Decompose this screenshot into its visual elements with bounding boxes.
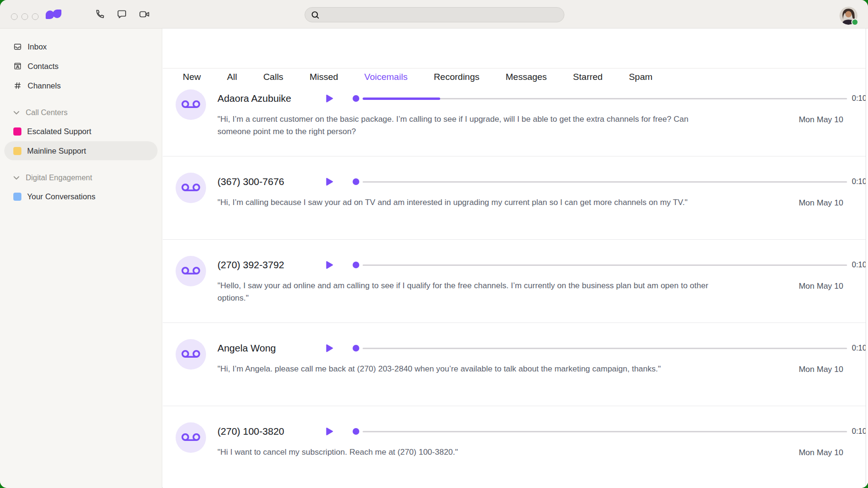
search-icon [311,10,320,20]
titlebar [0,0,868,29]
voicemail-item[interactable]: (270) 392-3792 0:10 "Hello, I saw your a… [163,240,868,323]
sidebar-item-channels[interactable]: Channels [4,76,158,95]
channel-color-swatch [13,193,21,201]
sidebar-item-label: Channels [28,81,61,90]
voicemail-item[interactable]: Adaora Azubuike 0:10 "Hi, I’m a current … [163,86,868,156]
date-label: Mon May 10 [799,365,843,374]
date-label: Mon May 10 [799,198,843,208]
voicemail-icon [181,99,200,110]
content-header [163,29,868,68]
transcript: "Hi, I’m Angela. please call me back at … [217,363,722,375]
sidebar-item-label: Inbox [28,42,47,51]
online-status-dot [851,19,858,26]
sidebar-item-inbox[interactable]: Inbox [4,37,158,56]
playback-slider[interactable] [353,261,847,269]
slider-track [363,98,847,99]
section-title: Call Centers [26,108,68,117]
search-input[interactable] [324,10,558,20]
voicemail-item[interactable]: Angela Wong 0:10 "Hi, I’m Angela. please… [163,323,868,406]
topbar-actions [94,9,150,20]
inbox-icon [13,42,22,51]
tab-new[interactable]: New [183,72,201,82]
date-label: Mon May 10 [799,115,843,125]
slider-thumb[interactable] [353,178,359,185]
slider-thumb[interactable] [353,95,359,102]
voicemail-item[interactable]: (367) 300-7676 0:10 "Hi, I’m calling bec… [163,156,868,240]
slider-track [363,431,847,432]
voicemail-avatar [176,422,206,453]
play-button[interactable] [326,177,334,186]
voicemail-icon [181,266,200,276]
caller-name: (367) 300-7676 [217,176,326,187]
sidebar: Inbox Contacts Channels Call [0,29,162,488]
play-button[interactable] [326,427,334,436]
slider-thumb[interactable] [353,262,359,268]
slider-thumb[interactable] [353,345,359,351]
tab-spam[interactable]: Spam [629,72,652,82]
call-center-color-swatch [13,127,21,136]
caller-name: Adaora Azubuike [217,93,326,104]
sidebar-item-mainline-support[interactable]: Mainline Support [4,141,158,160]
date-label: Mon May 10 [799,448,843,458]
slider-track [363,348,847,349]
section-digital-engagement[interactable]: Digital Engagement [0,169,162,187]
window-control-dot[interactable] [32,13,39,20]
play-button[interactable] [326,344,334,352]
playback-slider[interactable] [353,344,847,352]
tab-all[interactable]: All [227,72,237,82]
tab-calls[interactable]: Calls [263,72,283,82]
sidebar-item-escalated-support[interactable]: Escalated Support [4,122,158,141]
playback-slider[interactable] [353,95,847,102]
phone-icon[interactable] [94,9,105,20]
caller-name: (270) 100-3820 [217,426,326,437]
search-bar[interactable] [305,7,564,22]
slider-thumb[interactable] [353,428,359,435]
tab-voicemails[interactable]: Voicemails [365,72,408,82]
play-button[interactable] [326,261,334,269]
sidebar-item-contacts[interactable]: Contacts [4,57,158,76]
dialpad-logo-icon [46,10,63,19]
voicemail-avatar [176,89,206,120]
transcript: "Hi, I’m calling because I saw your ad o… [217,196,722,209]
tab-starred[interactable]: Starred [573,72,602,82]
section-call-centers[interactable]: Call Centers [0,104,162,122]
chat-icon[interactable] [116,9,128,20]
voicemail-icon [181,349,200,360]
chevron-down-icon [13,176,20,180]
play-button[interactable] [326,94,334,103]
hash-icon [13,81,22,90]
voicemail-icon [181,183,200,193]
sidebar-item-label: Contacts [28,62,59,71]
slider-track [363,264,847,266]
main-content: New All Calls Missed Voicemails Recordin… [163,29,868,488]
tab-recordings[interactable]: Recordings [434,72,479,82]
tab-missed[interactable]: Missed [309,72,338,82]
window-control-dot[interactable] [21,13,28,20]
voicemail-list: Adaora Azubuike 0:10 "Hi, I’m a current … [163,86,868,488]
chevron-down-icon [13,111,20,115]
slider-track [363,181,847,183]
section-title: Digital Engagement [26,174,92,182]
date-label: Mon May 10 [799,282,843,291]
sidebar-item-your-conversations[interactable]: Your Conversations [4,187,158,206]
transcript: "Hi, I’m a current customer on the basic… [217,113,722,138]
voicemail-item[interactable]: (270) 100-3820 0:10 "Hi I want to cancel… [163,406,868,488]
transcript: "Hello, I saw your ad online and am call… [217,280,722,304]
slider-progress [363,98,440,100]
sidebar-item-label: Mainline Support [27,146,86,156]
transcript: "Hi I want to cancel my subscription. Re… [217,446,722,459]
video-icon[interactable] [138,9,150,20]
sidebar-item-label: Escalated Support [27,127,91,136]
filter-tabs: New All Calls Missed Voicemails Recordin… [163,68,868,86]
app-window: Inbox Contacts Channels Call [0,0,868,488]
voicemail-avatar [176,173,206,203]
contact-card-icon [13,62,22,70]
voicemail-avatar [176,339,206,370]
scrollbar-gutter[interactable] [866,29,868,488]
playback-slider[interactable] [353,178,847,185]
user-avatar[interactable] [839,7,858,25]
playback-slider[interactable] [353,428,847,435]
tab-messages[interactable]: Messages [506,72,547,82]
window-control-dot[interactable] [11,13,18,20]
sidebar-item-label: Your Conversations [27,192,95,201]
